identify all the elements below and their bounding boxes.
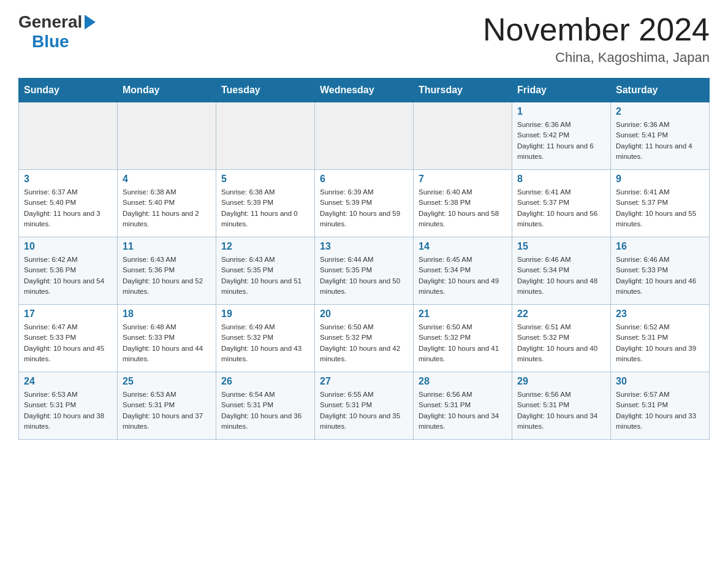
day-info: Sunrise: 6:46 AMSunset: 5:33 PMDaylight:… xyxy=(616,255,704,297)
calendar-cell: 10Sunrise: 6:42 AMSunset: 5:36 PMDayligh… xyxy=(19,237,118,305)
calendar-week-row: 1Sunrise: 6:36 AMSunset: 5:42 PMDaylight… xyxy=(19,102,710,170)
day-info: Sunrise: 6:52 AMSunset: 5:31 PMDaylight:… xyxy=(616,322,704,364)
day-info: Sunrise: 6:37 AMSunset: 5:40 PMDaylight:… xyxy=(24,187,112,229)
calendar-cell: 24Sunrise: 6:53 AMSunset: 5:31 PMDayligh… xyxy=(19,372,118,440)
day-number: 7 xyxy=(419,174,507,185)
day-number: 6 xyxy=(320,174,408,185)
day-number: 27 xyxy=(320,376,408,387)
calendar-cell: 20Sunrise: 6:50 AMSunset: 5:32 PMDayligh… xyxy=(315,305,414,372)
day-number: 21 xyxy=(419,308,507,320)
day-number: 3 xyxy=(24,174,112,185)
calendar-cell xyxy=(315,102,414,170)
day-number: 9 xyxy=(616,174,704,185)
page-header: General Blue November 2024 China, Kagosh… xyxy=(18,12,710,66)
weekday-header-row: Sunday Monday Tuesday Wednesday Thursday… xyxy=(19,79,710,102)
day-info: Sunrise: 6:38 AMSunset: 5:40 PMDaylight:… xyxy=(123,187,211,229)
calendar-cell: 19Sunrise: 6:49 AMSunset: 5:32 PMDayligh… xyxy=(216,305,315,372)
calendar-header: Sunday Monday Tuesday Wednesday Thursday… xyxy=(19,79,710,102)
day-number: 29 xyxy=(517,376,605,387)
calendar-week-row: 10Sunrise: 6:42 AMSunset: 5:36 PMDayligh… xyxy=(19,237,710,305)
header-sunday: Sunday xyxy=(19,79,118,102)
header-saturday: Saturday xyxy=(611,79,710,102)
calendar-cell: 17Sunrise: 6:47 AMSunset: 5:33 PMDayligh… xyxy=(19,305,118,372)
header-monday: Monday xyxy=(118,79,216,102)
day-info: Sunrise: 6:48 AMSunset: 5:33 PMDaylight:… xyxy=(123,322,211,364)
calendar-cell: 5Sunrise: 6:38 AMSunset: 5:39 PMDaylight… xyxy=(216,170,315,237)
day-number: 10 xyxy=(24,241,112,252)
day-info: Sunrise: 6:57 AMSunset: 5:31 PMDaylight:… xyxy=(616,389,704,432)
calendar-cell xyxy=(118,102,216,170)
day-number: 1 xyxy=(517,106,605,117)
title-block: November 2024 China, Kagoshima, Japan xyxy=(483,12,710,66)
calendar-cell: 22Sunrise: 6:51 AMSunset: 5:32 PMDayligh… xyxy=(512,305,611,372)
header-tuesday: Tuesday xyxy=(216,79,315,102)
calendar-cell: 25Sunrise: 6:53 AMSunset: 5:31 PMDayligh… xyxy=(118,372,216,440)
calendar-cell: 30Sunrise: 6:57 AMSunset: 5:31 PMDayligh… xyxy=(611,372,710,440)
day-info: Sunrise: 6:43 AMSunset: 5:35 PMDaylight:… xyxy=(221,255,309,297)
calendar-cell: 15Sunrise: 6:46 AMSunset: 5:34 PMDayligh… xyxy=(512,237,611,305)
day-number: 18 xyxy=(123,308,211,320)
logo: General Blue xyxy=(18,12,96,52)
calendar-cell: 9Sunrise: 6:41 AMSunset: 5:37 PMDaylight… xyxy=(611,170,710,237)
calendar-table: Sunday Monday Tuesday Wednesday Thursday… xyxy=(18,78,710,440)
calendar-cell: 13Sunrise: 6:44 AMSunset: 5:35 PMDayligh… xyxy=(315,237,414,305)
calendar-cell: 6Sunrise: 6:39 AMSunset: 5:39 PMDaylight… xyxy=(315,170,414,237)
day-info: Sunrise: 6:41 AMSunset: 5:37 PMDaylight:… xyxy=(616,187,704,229)
calendar-cell: 8Sunrise: 6:41 AMSunset: 5:37 PMDaylight… xyxy=(512,170,611,237)
day-info: Sunrise: 6:53 AMSunset: 5:31 PMDaylight:… xyxy=(123,389,211,432)
calendar-cell: 21Sunrise: 6:50 AMSunset: 5:32 PMDayligh… xyxy=(414,305,512,372)
day-info: Sunrise: 6:54 AMSunset: 5:31 PMDaylight:… xyxy=(221,389,309,432)
calendar-cell xyxy=(19,102,118,170)
day-info: Sunrise: 6:42 AMSunset: 5:36 PMDaylight:… xyxy=(24,255,112,297)
day-number: 16 xyxy=(616,241,704,252)
day-number: 28 xyxy=(419,376,507,387)
day-number: 14 xyxy=(419,241,507,252)
day-info: Sunrise: 6:46 AMSunset: 5:34 PMDaylight:… xyxy=(517,255,605,297)
day-info: Sunrise: 6:45 AMSunset: 5:34 PMDaylight:… xyxy=(419,255,507,297)
day-info: Sunrise: 6:51 AMSunset: 5:32 PMDaylight:… xyxy=(517,322,605,364)
calendar-cell: 11Sunrise: 6:43 AMSunset: 5:36 PMDayligh… xyxy=(118,237,216,305)
header-friday: Friday xyxy=(512,79,611,102)
day-info: Sunrise: 6:39 AMSunset: 5:39 PMDaylight:… xyxy=(320,187,408,229)
calendar-cell: 23Sunrise: 6:52 AMSunset: 5:31 PMDayligh… xyxy=(611,305,710,372)
day-number: 8 xyxy=(517,174,605,185)
day-info: Sunrise: 6:56 AMSunset: 5:31 PMDaylight:… xyxy=(517,389,605,432)
day-info: Sunrise: 6:43 AMSunset: 5:36 PMDaylight:… xyxy=(123,255,211,297)
calendar-subtitle: China, Kagoshima, Japan xyxy=(483,50,710,66)
day-number: 24 xyxy=(24,376,112,387)
day-number: 4 xyxy=(123,174,211,185)
calendar-cell: 1Sunrise: 6:36 AMSunset: 5:42 PMDaylight… xyxy=(512,102,611,170)
day-number: 17 xyxy=(24,308,112,320)
day-number: 13 xyxy=(320,241,408,252)
day-info: Sunrise: 6:55 AMSunset: 5:31 PMDaylight:… xyxy=(320,389,408,432)
day-number: 11 xyxy=(123,241,211,252)
day-number: 12 xyxy=(221,241,309,252)
day-number: 26 xyxy=(221,376,309,387)
calendar-title: November 2024 xyxy=(483,12,710,47)
day-info: Sunrise: 6:53 AMSunset: 5:31 PMDaylight:… xyxy=(24,389,112,432)
day-info: Sunrise: 6:50 AMSunset: 5:32 PMDaylight:… xyxy=(320,322,408,364)
calendar-cell: 12Sunrise: 6:43 AMSunset: 5:35 PMDayligh… xyxy=(216,237,315,305)
calendar-cell: 14Sunrise: 6:45 AMSunset: 5:34 PMDayligh… xyxy=(414,237,512,305)
calendar-cell: 16Sunrise: 6:46 AMSunset: 5:33 PMDayligh… xyxy=(611,237,710,305)
calendar-cell: 4Sunrise: 6:38 AMSunset: 5:40 PMDaylight… xyxy=(118,170,216,237)
header-wednesday: Wednesday xyxy=(315,79,414,102)
calendar-cell: 18Sunrise: 6:48 AMSunset: 5:33 PMDayligh… xyxy=(118,305,216,372)
day-number: 23 xyxy=(616,308,704,320)
logo-blue-text: Blue xyxy=(32,32,69,52)
logo-general-text: General xyxy=(18,12,82,32)
day-info: Sunrise: 6:47 AMSunset: 5:33 PMDaylight:… xyxy=(24,322,112,364)
calendar-cell xyxy=(216,102,315,170)
day-number: 15 xyxy=(517,241,605,252)
day-info: Sunrise: 6:38 AMSunset: 5:39 PMDaylight:… xyxy=(221,187,309,229)
calendar-cell: 7Sunrise: 6:40 AMSunset: 5:38 PMDaylight… xyxy=(414,170,512,237)
calendar-cell: 3Sunrise: 6:37 AMSunset: 5:40 PMDaylight… xyxy=(19,170,118,237)
calendar-body: 1Sunrise: 6:36 AMSunset: 5:42 PMDaylight… xyxy=(19,102,710,440)
day-number: 22 xyxy=(517,308,605,320)
calendar-cell: 27Sunrise: 6:55 AMSunset: 5:31 PMDayligh… xyxy=(315,372,414,440)
day-info: Sunrise: 6:36 AMSunset: 5:41 PMDaylight:… xyxy=(616,120,704,162)
calendar-cell: 28Sunrise: 6:56 AMSunset: 5:31 PMDayligh… xyxy=(414,372,512,440)
day-number: 25 xyxy=(123,376,211,387)
day-info: Sunrise: 6:56 AMSunset: 5:31 PMDaylight:… xyxy=(419,389,507,432)
day-number: 30 xyxy=(616,376,704,387)
